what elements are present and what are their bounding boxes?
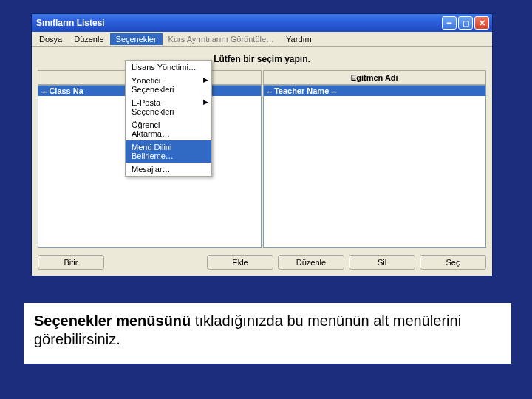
content-area: Lütfen bir seçim yapın. Eğitmen Adı -- C… [32, 47, 492, 276]
maximize-icon: ▢ [463, 19, 469, 27]
edit-button[interactable]: Düzenle [278, 255, 344, 270]
close-icon: ✕ [479, 18, 485, 28]
column-header-teacher[interactable]: Eğitmen Adı [263, 70, 487, 85]
app-window: Sınıfların Listesi ━ ▢ ✕ Dosya Düzenle S… [31, 13, 493, 276]
close-button[interactable]: ✕ [474, 16, 489, 30]
dd-admin[interactable]: Yönetici Seçenekleri ▶ [126, 74, 211, 96]
chevron-right-icon: ▶ [203, 98, 208, 106]
dd-email[interactable]: E-Posta Seçenekleri ▶ [126, 96, 211, 118]
window-title: Sınıfların Listesi [36, 18, 440, 28]
chevron-right-icon: ▶ [203, 76, 208, 83]
menu-file[interactable]: Dosya [33, 33, 68, 45]
dd-license[interactable]: Lisans Yönctimi… [126, 61, 211, 74]
buttons-row: Bitir Ekle Düzenle Sil Seç [38, 255, 486, 270]
list-area: -- Class Na -- Teacher Name -- [38, 85, 486, 248]
caption-bold: Seçenekler menüsünü [34, 313, 191, 329]
select-button[interactable]: Seç [420, 255, 486, 270]
instruction-caption: Seçenekler menüsünü tıkladığınızda bu me… [24, 303, 511, 364]
dd-admin-label: Yönetici Seçenekleri [132, 76, 174, 94]
titlebar[interactable]: Sınıfların Listesi ━ ▢ ✕ [32, 14, 492, 32]
columns-header: Eğitmen Adı [38, 70, 486, 85]
dd-messages[interactable]: Mesajlar… [126, 163, 211, 176]
options-dropdown: Lisans Yönctimi… Yönetici Seçenekleri ▶ … [125, 60, 212, 177]
minimize-icon: ━ [447, 19, 451, 27]
teacher-row-selected[interactable]: -- Teacher Name -- [264, 86, 486, 96]
done-button[interactable]: Bitir [38, 255, 104, 270]
dd-student-transfer[interactable]: Öğrenci Aktarma… [126, 118, 211, 140]
menu-options[interactable]: Seçenekler [110, 33, 163, 45]
teacher-list[interactable]: -- Teacher Name -- [263, 85, 487, 248]
minimize-button[interactable]: ━ [442, 16, 457, 30]
maximize-button[interactable]: ▢ [458, 16, 473, 30]
add-button[interactable]: Ekle [207, 255, 273, 270]
delete-button[interactable]: Sil [349, 255, 415, 270]
menu-course-details[interactable]: Kurs Ayrıntılarını Görüntüle… [163, 33, 280, 45]
dd-menu-language[interactable]: Menü Dilini Belirleme… [126, 140, 211, 163]
prompt-text: Lütfen bir seçim yapın. [38, 51, 486, 70]
menubar: Dosya Düzenle Seçenekler Kurs Ayrıntılar… [32, 32, 492, 47]
dd-email-label: E-Posta Seçenekleri [132, 98, 174, 116]
menu-help[interactable]: Yardım [280, 33, 318, 45]
menu-edit[interactable]: Düzenle [68, 33, 109, 45]
